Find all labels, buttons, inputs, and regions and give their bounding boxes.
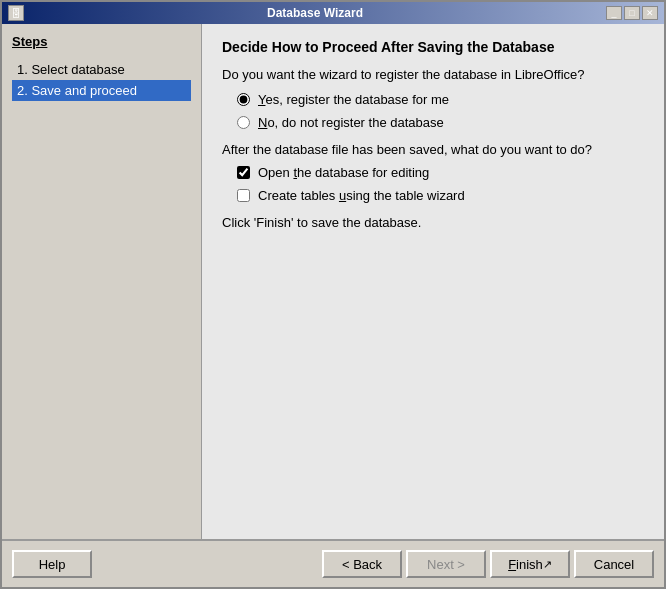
checkbox-tables-option[interactable]: Create tables using the table wizard bbox=[237, 188, 644, 203]
sidebar-item-select-database[interactable]: 1. Select database bbox=[12, 59, 191, 80]
content-area: Steps 1. Select database 2. Save and pro… bbox=[2, 24, 664, 539]
window-controls[interactable]: _ □ ✕ bbox=[606, 6, 658, 20]
checkbox-open-input[interactable] bbox=[237, 166, 250, 179]
help-button[interactable]: Help bbox=[12, 550, 92, 578]
sidebar: Steps 1. Select database 2. Save and pro… bbox=[2, 24, 202, 539]
database-wizard-window: 🗄 Database Wizard _ □ ✕ Steps 1. Select … bbox=[0, 0, 666, 589]
main-panel: Decide How to Proceed After Saving the D… bbox=[202, 24, 664, 539]
checkbox-tables-input[interactable] bbox=[237, 189, 250, 202]
titlebar: 🗄 Database Wizard _ □ ✕ bbox=[2, 2, 664, 24]
next-button[interactable]: Next > bbox=[406, 550, 486, 578]
minimize-button[interactable]: _ bbox=[606, 6, 622, 20]
button-group-left: Help bbox=[12, 550, 92, 578]
cancel-button[interactable]: Cancel bbox=[574, 550, 654, 578]
window-title: Database Wizard bbox=[24, 6, 606, 20]
radio-yes-option[interactable]: Yes, register the database for me bbox=[237, 92, 644, 107]
after-save-question: After the database file has been saved, … bbox=[222, 142, 644, 157]
radio-no-label[interactable]: No, do not register the database bbox=[258, 115, 444, 130]
finish-note: Click 'Finish' to save the database. bbox=[222, 215, 644, 230]
radio-yes-input[interactable] bbox=[237, 93, 250, 106]
checkbox-open-option[interactable]: Open the database for editing bbox=[237, 165, 644, 180]
finish-button[interactable]: Finish ↗ bbox=[490, 550, 570, 578]
radio-yes-label[interactable]: Yes, register the database for me bbox=[258, 92, 449, 107]
button-group-right: < Back Next > Finish ↗ Cancel bbox=[322, 550, 654, 578]
register-question: Do you want the wizard to register the d… bbox=[222, 67, 644, 82]
sidebar-item-save-proceed[interactable]: 2. Save and proceed bbox=[12, 80, 191, 101]
checkbox-open-label[interactable]: Open the database for editing bbox=[258, 165, 429, 180]
button-bar: Help < Back Next > Finish ↗ Cancel bbox=[2, 539, 664, 587]
close-button[interactable]: ✕ bbox=[642, 6, 658, 20]
window-icon: 🗄 bbox=[8, 5, 24, 21]
radio-no-option[interactable]: No, do not register the database bbox=[237, 115, 644, 130]
maximize-button[interactable]: □ bbox=[624, 6, 640, 20]
back-button[interactable]: < Back bbox=[322, 550, 402, 578]
sidebar-title: Steps bbox=[12, 34, 191, 49]
main-heading: Decide How to Proceed After Saving the D… bbox=[222, 39, 644, 55]
checkbox-tables-label[interactable]: Create tables using the table wizard bbox=[258, 188, 465, 203]
radio-no-input[interactable] bbox=[237, 116, 250, 129]
